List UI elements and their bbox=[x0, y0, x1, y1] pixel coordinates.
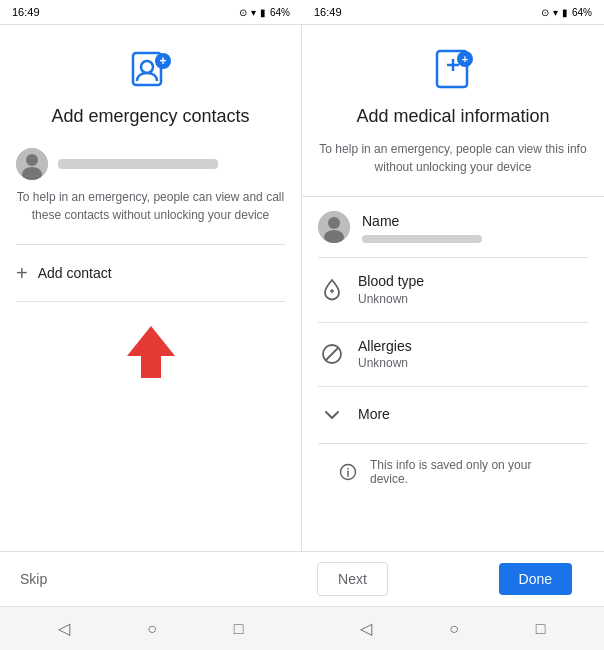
battery-icon: ▮ bbox=[260, 7, 266, 18]
left-screen-subtitle: To help in an emergency, people can view… bbox=[16, 188, 285, 224]
screens-container: + Add emergency contacts To help in an e… bbox=[0, 24, 604, 551]
blood-type-row[interactable]: Blood type Unknown bbox=[318, 262, 588, 317]
left-back-button[interactable]: ◁ bbox=[58, 619, 70, 638]
done-button[interactable]: Done bbox=[499, 563, 572, 595]
name-label: Name bbox=[362, 212, 482, 232]
divider-1 bbox=[16, 244, 285, 245]
status-bars: 16:49 ⊙ ▾ ▮ 64% 16:49 ⊙ ▾ ▮ 64% bbox=[0, 0, 604, 24]
allergies-text: Allergies Unknown bbox=[358, 337, 412, 372]
right-content: Name Blood type Unknown bbox=[302, 201, 604, 495]
right-divider-1 bbox=[302, 196, 604, 197]
right-divider-5 bbox=[318, 443, 588, 444]
user-name-blurred bbox=[58, 159, 218, 169]
footer-left: Skip bbox=[16, 563, 301, 595]
blood-type-icon bbox=[318, 276, 346, 304]
divider-2 bbox=[16, 301, 285, 302]
svg-point-21 bbox=[347, 468, 349, 470]
right-screen: + Add medical information To help in an … bbox=[302, 25, 604, 551]
right-battery-icon: ▮ bbox=[562, 7, 568, 18]
svg-point-13 bbox=[328, 217, 340, 229]
left-screen-title: Add emergency contacts bbox=[51, 105, 249, 128]
blood-type-label: Blood type bbox=[358, 272, 424, 292]
user-row bbox=[16, 140, 285, 188]
footer-right: Next Done bbox=[301, 562, 588, 596]
more-row[interactable]: More bbox=[318, 391, 588, 439]
allergies-row[interactable]: Allergies Unknown bbox=[318, 327, 588, 382]
chevron-down-icon bbox=[318, 401, 346, 429]
right-wifi-icon: ▾ bbox=[553, 7, 558, 18]
arrow-shaft bbox=[141, 356, 161, 378]
svg-text:+: + bbox=[462, 53, 468, 65]
right-recents-button[interactable]: □ bbox=[536, 620, 546, 638]
allergies-icon bbox=[318, 340, 346, 368]
right-divider-4 bbox=[318, 386, 588, 387]
blood-type-text: Blood type Unknown bbox=[358, 272, 424, 307]
left-time: 16:49 bbox=[12, 6, 40, 18]
right-battery-pct: 64% bbox=[572, 7, 592, 18]
info-icon bbox=[334, 458, 362, 486]
location-icon: ⊙ bbox=[239, 7, 247, 18]
left-home-button[interactable]: ○ bbox=[147, 620, 157, 638]
svg-point-1 bbox=[141, 61, 153, 73]
nav-bars: ◁ ○ □ ◁ ○ □ bbox=[0, 606, 604, 650]
left-nav-bar: ◁ ○ □ bbox=[0, 607, 302, 650]
right-divider-3 bbox=[318, 322, 588, 323]
add-contact-row[interactable]: + Add contact bbox=[16, 249, 285, 297]
saved-notice-text: This info is saved only on your device. bbox=[370, 458, 572, 486]
blood-type-value: Unknown bbox=[358, 292, 424, 308]
right-back-button[interactable]: ◁ bbox=[360, 619, 372, 638]
right-home-button[interactable]: ○ bbox=[449, 620, 459, 638]
plus-icon: + bbox=[16, 263, 28, 283]
allergies-value: Unknown bbox=[358, 356, 412, 372]
skip-button[interactable]: Skip bbox=[16, 563, 51, 595]
left-battery-pct: 64% bbox=[270, 7, 290, 18]
arrow-up-icon bbox=[127, 326, 175, 356]
medical-info-icon: + bbox=[429, 45, 477, 93]
svg-line-18 bbox=[326, 348, 338, 360]
right-time: 16:49 bbox=[314, 6, 342, 18]
right-screen-subtitle: To help in an emergency, people can view… bbox=[302, 140, 604, 176]
left-status-bar: 16:49 ⊙ ▾ ▮ 64% bbox=[0, 0, 302, 24]
avatar bbox=[16, 148, 48, 180]
saved-notice: This info is saved only on your device. bbox=[318, 448, 588, 496]
more-label: More bbox=[358, 405, 390, 425]
right-divider-2 bbox=[318, 257, 588, 258]
arrow-container bbox=[127, 326, 175, 378]
wifi-icon: ▾ bbox=[251, 7, 256, 18]
allergies-label: Allergies bbox=[358, 337, 412, 357]
right-status-bar: 16:49 ⊙ ▾ ▮ 64% bbox=[302, 0, 604, 24]
left-screen: + Add emergency contacts To help in an e… bbox=[0, 25, 302, 551]
name-row[interactable]: Name bbox=[318, 201, 588, 253]
right-location-icon: ⊙ bbox=[541, 7, 549, 18]
right-nav-bar: ◁ ○ □ bbox=[302, 607, 604, 650]
left-recents-button[interactable]: □ bbox=[234, 620, 244, 638]
name-value-blurred bbox=[362, 235, 482, 243]
left-status-icons: ⊙ ▾ ▮ 64% bbox=[239, 7, 290, 18]
right-status-icons: ⊙ ▾ ▮ 64% bbox=[541, 7, 592, 18]
emergency-contacts-icon: + bbox=[127, 45, 175, 93]
right-screen-title: Add medical information bbox=[356, 105, 549, 128]
name-avatar bbox=[318, 211, 350, 243]
svg-point-5 bbox=[26, 154, 38, 166]
name-text: Name bbox=[362, 212, 482, 243]
svg-text:+: + bbox=[159, 54, 166, 68]
add-contact-label: Add contact bbox=[38, 265, 112, 281]
footer: Skip Next Done bbox=[0, 551, 604, 606]
next-button[interactable]: Next bbox=[317, 562, 388, 596]
